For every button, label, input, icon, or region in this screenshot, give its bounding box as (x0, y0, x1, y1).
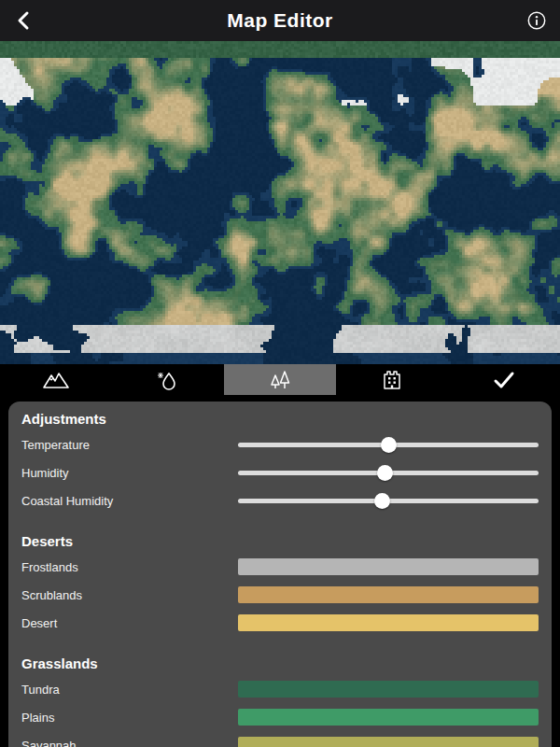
slider-row: Humidity (21, 458, 539, 486)
frostlands-color-swatch[interactable] (238, 558, 539, 575)
scrublands-color-swatch[interactable] (238, 586, 539, 603)
biome-label: Scrublands (21, 588, 238, 602)
biome-label: Plains (21, 711, 238, 725)
tab-terrain[interactable] (0, 364, 112, 395)
biome-row: Scrublands (21, 581, 539, 609)
tab-cities[interactable] (336, 364, 448, 395)
biome-row: Desert (21, 609, 539, 637)
biome-row: Savannah (21, 731, 539, 747)
section-heading: Grasslands (21, 655, 539, 671)
biome-row: Frostlands (21, 553, 539, 581)
slider-label: Coastal Humidity (21, 494, 238, 508)
check-icon (492, 370, 516, 390)
page-title: Map Editor (0, 9, 560, 32)
slider-label: Temperature (21, 438, 238, 452)
editor-panel[interactable]: Adjustments Temperature Humidity Coastal… (8, 402, 552, 747)
world-map[interactable] (0, 41, 560, 364)
tab-confirm[interactable] (448, 364, 560, 395)
info-icon (526, 10, 547, 31)
city-icon (380, 369, 404, 391)
chevron-left-icon (13, 9, 35, 32)
info-button[interactable] (526, 10, 547, 31)
slider-row: Coastal Humidity (21, 486, 539, 514)
back-button[interactable] (13, 9, 35, 32)
tab-climate[interactable] (112, 364, 224, 395)
map-preview-container (0, 41, 560, 364)
temperature-slider[interactable] (238, 436, 539, 453)
biome-label: Frostlands (21, 560, 238, 574)
biome-label: Savannah (21, 739, 238, 747)
section-deserts: Deserts Frostlands Scrublands Desert (21, 533, 539, 637)
savannah-color-swatch[interactable] (238, 737, 539, 747)
header: Map Editor (0, 0, 560, 41)
section-adjustments: Adjustments Temperature Humidity Coastal… (21, 411, 539, 514)
humidity-slider[interactable] (238, 464, 539, 481)
trees-icon (267, 369, 293, 391)
biome-label: Desert (21, 616, 238, 630)
slider-label: Humidity (21, 466, 238, 480)
section-grasslands: Grasslands Tundra Plains Savannah (21, 655, 539, 747)
slider-row: Temperature (21, 430, 539, 458)
section-heading: Deserts (21, 533, 539, 549)
biome-row: Plains (21, 703, 539, 731)
tab-biomes[interactable] (224, 364, 336, 395)
coastal-humidity-slider[interactable] (238, 492, 539, 509)
tundra-color-swatch[interactable] (238, 681, 539, 698)
section-heading: Adjustments (21, 411, 539, 427)
mountains-icon (42, 370, 70, 390)
biome-row: Tundra (21, 675, 539, 703)
desert-color-swatch[interactable] (238, 614, 539, 631)
biome-label: Tundra (21, 683, 238, 697)
climate-icon (156, 369, 180, 391)
tool-tab-bar (0, 364, 560, 395)
plains-color-swatch[interactable] (238, 709, 539, 726)
